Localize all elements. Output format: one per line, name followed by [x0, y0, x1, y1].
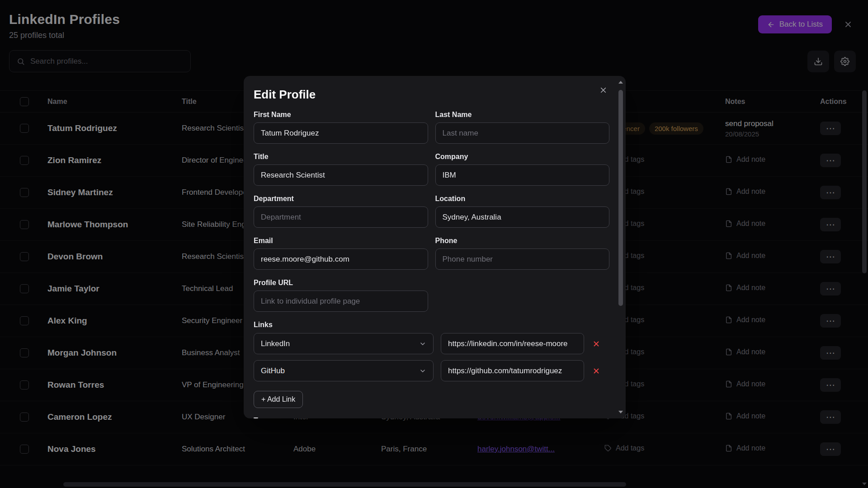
link-url-input[interactable]: [441, 360, 584, 381]
links-label: Links: [254, 320, 609, 329]
profile-url-input[interactable]: [254, 291, 428, 312]
remove-link-button[interactable]: [591, 366, 601, 376]
link-type-select[interactable]: LinkedIn: [254, 333, 434, 354]
chevron-down-icon: [419, 340, 426, 347]
email-input[interactable]: [254, 249, 428, 270]
field-first-name: First Name: [254, 110, 428, 144]
link-row: LinkedIn: [254, 333, 609, 354]
x-icon: [592, 340, 600, 348]
edit-profile-form: First Name Last Name Title Company Depar…: [254, 110, 609, 320]
last-name-input[interactable]: [435, 122, 610, 144]
field-last-name: Last Name: [435, 110, 610, 144]
email-label: Email: [254, 236, 428, 245]
close-icon: [599, 86, 608, 94]
company-label: Company: [435, 152, 610, 161]
first-name-label: First Name: [254, 110, 428, 119]
modal-title: Edit Profile: [254, 88, 609, 101]
field-email: Email: [254, 236, 428, 270]
field-profile-url: Profile URL: [254, 278, 428, 312]
modal-scroll-thumb[interactable]: [618, 90, 623, 306]
field-phone: Phone: [435, 236, 610, 270]
profile-url-label: Profile URL: [254, 278, 428, 287]
add-link-button[interactable]: + Add Link: [254, 391, 303, 408]
phone-label: Phone: [435, 236, 610, 245]
link-row: GitHub: [254, 360, 609, 381]
modal-scrollbar[interactable]: [618, 78, 623, 416]
remove-link-button[interactable]: [591, 339, 601, 349]
scroll-up-arrow-icon[interactable]: [618, 81, 623, 84]
edit-profile-modal: Edit Profile First Name Last Name Title …: [244, 76, 626, 418]
company-input[interactable]: [435, 164, 610, 186]
location-input[interactable]: [435, 206, 610, 228]
link-type-select[interactable]: GitHub: [254, 360, 434, 381]
chevron-down-icon: [419, 367, 426, 375]
title-label: Title: [254, 152, 428, 161]
department-label: Department: [254, 194, 428, 203]
field-company: Company: [435, 152, 610, 186]
location-label: Location: [435, 194, 610, 203]
title-input[interactable]: [254, 164, 428, 186]
link-type-value: LinkedIn: [261, 339, 290, 348]
tags-label: Tags: [254, 416, 609, 418]
phone-input[interactable]: [435, 249, 610, 270]
link-url-input[interactable]: [441, 333, 584, 354]
link-type-value: GitHub: [261, 366, 285, 375]
x-icon: [592, 367, 600, 375]
field-department: Department: [254, 194, 428, 228]
field-location: Location: [435, 194, 610, 228]
links-list: LinkedIn GitHub: [254, 333, 609, 381]
scroll-down-arrow-icon[interactable]: [618, 411, 623, 413]
first-name-input[interactable]: [254, 122, 428, 144]
links-section: Links LinkedIn GitHub + Add Link: [254, 320, 609, 408]
field-title: Title: [254, 152, 428, 186]
department-input[interactable]: [254, 206, 428, 228]
last-name-label: Last Name: [435, 110, 610, 119]
modal-close-button[interactable]: [599, 86, 608, 94]
